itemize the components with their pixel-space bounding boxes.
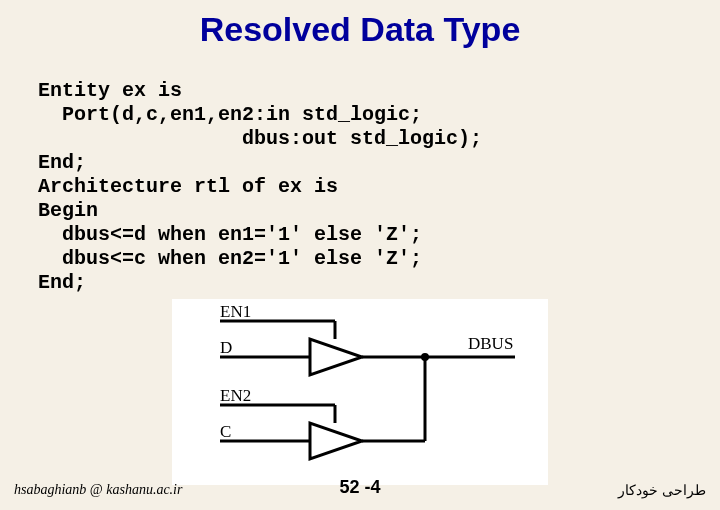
label-en1: EN1 — [220, 305, 251, 321]
footer-persian: طراحی خودکار — [618, 482, 706, 498]
label-en2: EN2 — [220, 386, 251, 405]
code-line: End; — [38, 151, 86, 174]
code-line: Entity ex is — [38, 79, 182, 102]
footer-email: hsabaghianb @ kashanu.ac.ir — [14, 482, 182, 498]
code-line: dbus<=d when en1='1' else 'Z'; — [38, 223, 422, 246]
code-line: End; — [38, 271, 86, 294]
circuit-diagram-wrap: EN1 D EN2 C DBUS — [0, 299, 720, 485]
svg-marker-3 — [310, 339, 362, 375]
slide-title: Resolved Data Type — [0, 0, 720, 55]
slide-number: 52 -4 — [339, 477, 380, 498]
tristate-buffer-diagram: EN1 D EN2 C DBUS — [180, 305, 540, 475]
label-dbus: DBUS — [468, 334, 513, 353]
code-line: dbus:out std_logic); — [38, 127, 482, 150]
code-line: dbus<=c when en2='1' else 'Z'; — [38, 247, 422, 270]
vhdl-code-block: Entity ex is Port(d,c,en1,en2:in std_log… — [0, 55, 720, 295]
code-line: Begin — [38, 199, 98, 222]
svg-marker-8 — [310, 423, 362, 459]
code-line: Architecture rtl of ex is — [38, 175, 338, 198]
label-c: C — [220, 422, 231, 441]
code-line: Port(d,c,en1,en2:in std_logic; — [38, 103, 422, 126]
circuit-diagram: EN1 D EN2 C DBUS — [172, 299, 548, 485]
label-d: D — [220, 338, 232, 357]
